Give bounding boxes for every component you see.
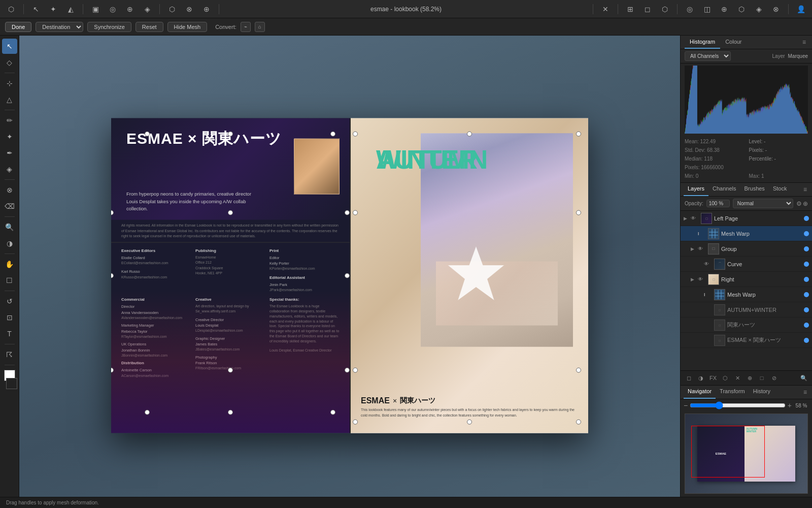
destination-select[interactable]: Destination xyxy=(36,22,83,32)
account-icon[interactable]: 👤 xyxy=(794,2,808,16)
mesh-point-2[interactable] xyxy=(228,210,233,215)
zoom-out-icon[interactable]: − xyxy=(684,401,688,409)
right-icon-6[interactable]: ⊗ xyxy=(769,2,783,16)
search-layers[interactable]: 🔍 xyxy=(799,373,809,383)
tab-stock[interactable]: Stock xyxy=(769,183,791,196)
tab-colour[interactable]: Colour xyxy=(720,36,747,49)
r-mesh-6[interactable] xyxy=(353,368,358,373)
layer-item-right[interactable]: ▶ 👁 ◻ Right xyxy=(681,272,812,287)
view-tool[interactable]: ◑ xyxy=(2,236,17,251)
paint-tool[interactable]: ✏ xyxy=(2,113,17,128)
convert-icon-2[interactable]: ⌂ xyxy=(255,22,265,32)
tab-transform[interactable]: Transform xyxy=(716,386,749,399)
mask-icon[interactable]: ⬡ xyxy=(720,373,730,383)
channels-select[interactable]: All Channels xyxy=(685,51,731,61)
hide-mesh-button[interactable]: Hide Mesh xyxy=(167,22,208,32)
link-layers[interactable]: ⊘ xyxy=(769,373,779,383)
add-layer-icon[interactable]: ⊕ xyxy=(803,200,808,207)
r-mesh-10[interactable] xyxy=(576,419,581,424)
pen-tool[interactable]: ✒ xyxy=(2,145,17,161)
layers-menu[interactable]: ≡ xyxy=(801,183,809,196)
tab-histogram[interactable]: Histogram xyxy=(685,36,720,49)
delete-layer[interactable]: ✕ xyxy=(732,373,742,383)
opacity-input[interactable]: 100 % xyxy=(706,200,730,207)
r-mesh-4[interactable] xyxy=(353,210,358,215)
zoom-tool[interactable]: 🔍 xyxy=(2,219,17,235)
visibility-icon[interactable]: 👁 xyxy=(691,215,699,221)
layer-item-left-page[interactable]: ▶ 👁 ◻ Left Page xyxy=(681,211,812,226)
fill-tool[interactable]: ⊗ xyxy=(2,182,17,198)
mask-tool[interactable]: ⊡ xyxy=(2,310,17,325)
expand-icon-5[interactable]: ▶ xyxy=(691,277,696,282)
tool-icon-1[interactable]: ↖ xyxy=(29,2,43,16)
layer-item-mesh-warp-2[interactable]: I Mesh Warp xyxy=(681,287,812,302)
r-mesh-3[interactable] xyxy=(576,132,581,137)
view-icon-3[interactable]: ⬡ xyxy=(658,2,672,16)
vis-icon-4[interactable]: 👁 xyxy=(704,261,712,267)
tool-icon-6[interactable]: ⊕ xyxy=(123,2,137,16)
mesh-point-11[interactable] xyxy=(330,132,335,137)
right-icon-1[interactable]: ◎ xyxy=(683,2,697,16)
tab-layers[interactable]: Layers xyxy=(684,183,708,196)
zoom-slider[interactable] xyxy=(690,401,786,409)
layer-tab[interactable]: Layer xyxy=(772,53,785,59)
right-icon-5[interactable]: ◈ xyxy=(752,2,766,16)
tool-icon-7[interactable]: ◈ xyxy=(140,2,154,16)
tool-icon-10[interactable]: ⊕ xyxy=(199,2,214,16)
r-mesh-1[interactable] xyxy=(353,132,358,137)
blend-mode-select[interactable]: Normal xyxy=(733,199,793,208)
hand-tool[interactable]: ✋ xyxy=(2,257,17,272)
mesh-point-14[interactable] xyxy=(330,410,335,415)
duplicate-layer[interactable]: ⊕ xyxy=(745,373,755,383)
r-mesh-5[interactable] xyxy=(576,210,581,215)
synchronize-button[interactable]: Synchronize xyxy=(87,22,131,32)
add-pixel-layer[interactable]: ◻ xyxy=(684,373,694,383)
layer-item-curve[interactable]: 👁 ⌒ Curve xyxy=(681,257,812,272)
mesh-point-8[interactable] xyxy=(345,368,350,373)
mesh-point-5[interactable] xyxy=(345,273,350,278)
tab-history[interactable]: History xyxy=(749,386,774,399)
add-adjustment[interactable]: ◑ xyxy=(696,373,706,383)
vis-icon-5[interactable]: 👁 xyxy=(698,276,706,282)
tool-icon-4[interactable]: ▣ xyxy=(88,2,103,16)
tool-icon-5[interactable]: ◎ xyxy=(106,2,120,16)
background-color[interactable] xyxy=(6,378,17,389)
rotate-tool[interactable]: ↺ xyxy=(2,294,17,309)
mesh-point-12[interactable] xyxy=(145,410,150,415)
right-icon-2[interactable]: ◫ xyxy=(700,2,714,16)
right-icon-3[interactable]: ⊕ xyxy=(717,2,731,16)
node-tool[interactable]: ◇ xyxy=(2,55,17,70)
group-layers[interactable]: □ xyxy=(757,373,767,383)
add-fx[interactable]: FX xyxy=(708,373,718,383)
convert-icon-1[interactable]: ⌁ xyxy=(241,22,251,32)
brush-tool[interactable]: ✦ xyxy=(2,129,17,144)
tool-icon-8[interactable]: ⬡ xyxy=(165,2,179,16)
tool-icon-9[interactable]: ⊗ xyxy=(182,2,196,16)
expand-icon[interactable]: ▶ xyxy=(684,216,689,221)
tab-channels[interactable]: Channels xyxy=(708,183,740,196)
frame-tool[interactable]: ☐ xyxy=(2,273,17,288)
histogram-menu[interactable]: ≡ xyxy=(800,36,808,49)
canvas-area[interactable]: ESMAE × 関東ハーツ From hyperpop neons to can… xyxy=(19,36,680,497)
tab-navigator[interactable]: Navigator xyxy=(684,386,716,399)
shape-tool[interactable]: ☈ xyxy=(2,347,17,362)
r-mesh-7[interactable] xyxy=(576,368,581,373)
layer-item-autumn[interactable]: ◻ AUTUMN+WINTER xyxy=(681,302,812,318)
r-mesh-9[interactable] xyxy=(467,419,472,424)
layer-item-kanto[interactable]: ◻ 関東ハーツ xyxy=(681,318,812,333)
eraser-tool[interactable]: ◈ xyxy=(2,162,17,177)
eyedropper-tool[interactable]: ⌫ xyxy=(2,199,17,214)
mesh-point-10[interactable] xyxy=(228,132,233,137)
done-button[interactable]: Done xyxy=(5,22,31,32)
text-tool[interactable]: T xyxy=(2,326,17,341)
layer-item-group[interactable]: ▶ 👁 □ Group xyxy=(681,241,812,257)
crop-tool[interactable]: ⊹ xyxy=(2,76,17,91)
mesh-point-3[interactable] xyxy=(345,210,350,215)
r-mesh-2[interactable] xyxy=(467,132,472,137)
search-icon[interactable]: 🔍 xyxy=(799,373,809,383)
navigator-menu[interactable]: ≡ xyxy=(801,386,809,399)
tab-brushes[interactable]: Brushes xyxy=(740,183,769,196)
marquee-tab[interactable]: Marquee xyxy=(788,53,808,59)
expand-icon-3[interactable]: ▶ xyxy=(691,246,696,251)
vis-icon-3[interactable]: 👁 xyxy=(698,246,706,251)
